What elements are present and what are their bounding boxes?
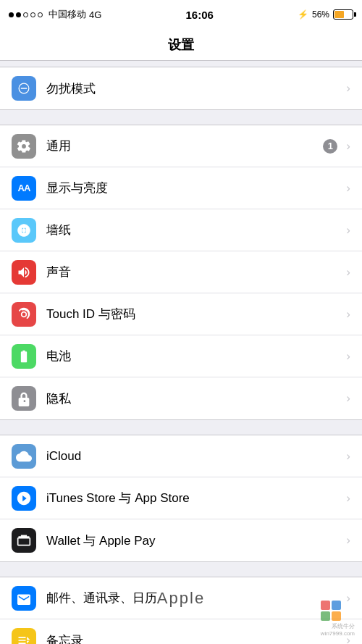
general-label: 通用 bbox=[46, 138, 323, 154]
wallpaper-icon bbox=[12, 218, 36, 243]
itunes-label: iTunes Store 与 App Store bbox=[46, 490, 343, 506]
nav-bar: 设置 bbox=[0, 29, 362, 61]
signal-dot-3 bbox=[23, 12, 28, 17]
time-label: 16:06 bbox=[185, 9, 213, 21]
settings-row-sounds[interactable]: 声音› bbox=[0, 251, 362, 293]
icloud-icon bbox=[12, 444, 36, 469]
apple-label: Apple bbox=[157, 589, 205, 608]
settings-row-icloud[interactable]: iCloud› bbox=[0, 435, 362, 477]
section-section-general: 通用1›AA显示与亮度›墙纸›声音›Touch ID 与密码›电池›隐私› bbox=[0, 125, 362, 420]
signal-icon bbox=[9, 12, 43, 17]
settings-row-dnd[interactable]: 勿扰模式› bbox=[0, 67, 362, 109]
wm-red bbox=[321, 601, 330, 610]
battery-chevron: › bbox=[346, 349, 350, 364]
wallet-chevron: › bbox=[346, 533, 350, 548]
dnd-chevron: › bbox=[346, 81, 350, 96]
status-left: 中国移动 4G bbox=[9, 8, 101, 21]
display-icon: AA bbox=[12, 176, 36, 201]
general-chevron: › bbox=[346, 139, 350, 154]
notes-icon bbox=[12, 628, 36, 644]
wm-text: 系统牛分win7999.com bbox=[321, 622, 355, 637]
battery-percent: 56% bbox=[312, 9, 329, 20]
section-section-apps: 邮件、通讯录、日历›备忘录› bbox=[0, 577, 362, 644]
notes-label: 备忘录 bbox=[46, 632, 343, 645]
general-badge: 1 bbox=[323, 139, 337, 154]
itunes-icon bbox=[12, 486, 36, 511]
sounds-icon bbox=[12, 260, 36, 285]
settings-row-wallet[interactable]: Wallet 与 Apple Pay› bbox=[0, 519, 362, 561]
battery-icon bbox=[12, 344, 36, 369]
dnd-icon bbox=[12, 76, 36, 101]
touchid-label: Touch ID 与密码 bbox=[46, 306, 343, 322]
battery-label: 电池 bbox=[46, 348, 343, 364]
network-label: 4G bbox=[89, 9, 101, 20]
section-section-cloud: iCloud›iTunes Store 与 App Store›Wallet 与… bbox=[0, 435, 362, 562]
battery-icon bbox=[333, 9, 353, 20]
wallpaper-chevron: › bbox=[346, 223, 350, 238]
settings-row-touchid[interactable]: Touch ID 与密码› bbox=[0, 293, 362, 335]
touchid-chevron: › bbox=[346, 307, 350, 322]
settings-row-itunes[interactable]: iTunes Store 与 App Store› bbox=[0, 477, 362, 519]
signal-dot-2 bbox=[16, 12, 21, 17]
section-section-dnd: 勿扰模式› bbox=[0, 67, 362, 110]
display-label: 显示与亮度 bbox=[46, 180, 343, 196]
sounds-chevron: › bbox=[346, 265, 350, 280]
privacy-icon bbox=[12, 386, 36, 411]
wm-green bbox=[321, 611, 330, 621]
battery-fill bbox=[334, 11, 344, 18]
wm-yellow bbox=[332, 611, 341, 621]
status-right: ⚡ 56% bbox=[298, 9, 353, 20]
icloud-chevron: › bbox=[346, 449, 350, 464]
signal-dot-4 bbox=[30, 12, 35, 17]
privacy-label: 隐私 bbox=[46, 390, 343, 407]
wallpaper-label: 墙纸 bbox=[46, 222, 343, 238]
signal-dot-1 bbox=[9, 12, 14, 17]
icloud-label: iCloud bbox=[46, 449, 343, 464]
charge-icon: ⚡ bbox=[298, 9, 308, 20]
wallet-icon bbox=[12, 528, 36, 553]
svg-point-0 bbox=[22, 228, 26, 232]
settings-row-wallpaper[interactable]: 墙纸› bbox=[0, 209, 362, 251]
itunes-chevron: › bbox=[346, 491, 350, 506]
sounds-label: 声音 bbox=[46, 264, 343, 280]
settings-row-display[interactable]: AA显示与亮度› bbox=[0, 167, 362, 209]
signal-dot-5 bbox=[38, 12, 43, 17]
wallet-label: Wallet 与 Apple Pay bbox=[46, 532, 343, 549]
carrier-label: 中国移动 bbox=[49, 8, 86, 21]
dnd-label: 勿扰模式 bbox=[46, 80, 343, 97]
display-chevron: › bbox=[346, 181, 350, 196]
settings-row-battery[interactable]: 电池› bbox=[0, 335, 362, 377]
watermark: 系统牛分win7999.com bbox=[321, 601, 355, 637]
settings-content: 勿扰模式›通用1›AA显示与亮度›墙纸›声音›Touch ID 与密码›电池›隐… bbox=[0, 67, 362, 644]
wm-blue bbox=[332, 601, 341, 610]
settings-row-general[interactable]: 通用1› bbox=[0, 125, 362, 167]
privacy-chevron: › bbox=[346, 391, 350, 406]
touchid-icon bbox=[12, 302, 36, 327]
page-title: 设置 bbox=[168, 36, 194, 54]
settings-row-notes[interactable]: 备忘录› bbox=[0, 619, 362, 644]
general-icon bbox=[12, 134, 36, 159]
settings-row-privacy[interactable]: 隐私› bbox=[0, 377, 362, 419]
watermark-grid bbox=[321, 601, 341, 621]
mail-icon bbox=[12, 586, 36, 611]
status-bar: 中国移动 4G 16:06 ⚡ 56% bbox=[0, 0, 362, 29]
